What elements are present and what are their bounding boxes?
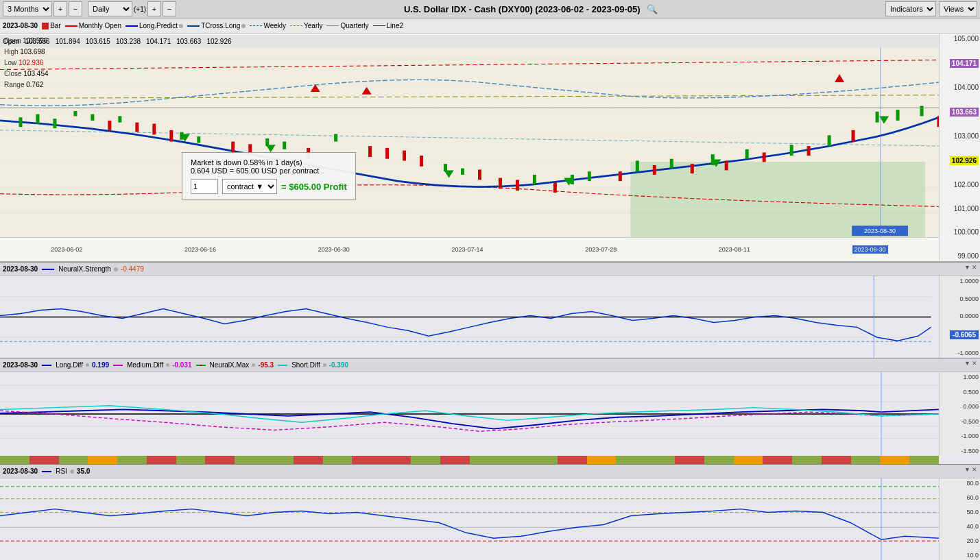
open-v2: 103.615 <box>86 38 110 45</box>
monthly-open-legend: Monthly Open <box>65 22 121 29</box>
neural-max-value: -95.3 <box>258 361 274 369</box>
price-99: 99.000 <box>957 252 979 260</box>
rsi-svg <box>0 478 939 560</box>
diff-dropdown-btn[interactable]: ▼ <box>964 360 970 367</box>
medium-diff-value: -0.031 <box>172 361 191 369</box>
price-tag-2: 103.663 <box>950 108 979 117</box>
cb-3 <box>88 456 117 464</box>
cb-10 <box>294 456 323 464</box>
chart-title: U.S. Dollar IDX - Cash (DXY00) (2023-06-… <box>178 4 884 14</box>
open-v6: 102.926 <box>206 38 231 45</box>
long-diff-label: Long.Diff <box>56 361 83 369</box>
yearly-line-icon <box>290 25 302 26</box>
short-diff-label: Short.Diff <box>291 361 320 369</box>
rsi-label: RSI <box>56 467 67 475</box>
diff-y-axis: 1.000 0.500 0.000 -0.500 -1.000 -1.500 <box>939 372 980 456</box>
line2-icon <box>373 25 385 26</box>
ns-indicator-name: NeuralX.Strength <box>58 265 111 273</box>
contract-quantity-input[interactable] <box>191 179 218 194</box>
cb-6 <box>176 456 206 464</box>
ns-panel-controls: ▼ ✕ <box>964 264 977 271</box>
ns-y-1: 1.0000 <box>959 278 979 284</box>
cb-25 <box>734 456 763 464</box>
cb-28 <box>822 456 851 464</box>
diff-y-05: 0.500 <box>963 389 979 395</box>
rsi-dot <box>70 470 74 474</box>
open-v4: 104.171 <box>146 38 171 45</box>
indicators-select[interactable]: Indicators <box>885 1 936 16</box>
medium-diff-label: Medium.Diff <box>127 361 163 369</box>
bar-type-indicator: Bar <box>42 22 61 29</box>
price-101: 101.000 <box>954 205 979 212</box>
long-diff-line-icon <box>42 365 51 366</box>
diff-date: 2023-08-30 <box>3 361 38 369</box>
tf-minus-button[interactable]: − <box>163 1 176 16</box>
period-plus-button[interactable]: + <box>53 1 67 16</box>
cb-29 <box>851 456 881 464</box>
delta-label: (+1) <box>134 5 146 13</box>
cb-15 <box>440 456 470 464</box>
short-diff-value: -0.390 <box>329 361 348 369</box>
cb-23 <box>675 456 704 464</box>
ns-current-badge: -0.6065 <box>950 330 979 339</box>
x-axis: 2023-06-02 2023-06-16 2023-06-30 2023-07… <box>0 237 939 261</box>
diff-header: 2023-08-30 Long.Diff 0.199 Medium.Diff -… <box>0 358 980 372</box>
timeframe-select[interactable]: Daily Weekly Monthly <box>88 1 132 16</box>
x-date-4: 2023-07-28 <box>585 246 617 253</box>
period-minus-button[interactable]: − <box>69 1 82 16</box>
cb-22 <box>645 456 675 464</box>
cb-5 <box>147 456 176 464</box>
rsi-dropdown-btn[interactable]: ▼ <box>964 466 970 473</box>
rsi-panel: 2023-08-30 RSI 35.0 ▼ ✕ 80.0 60.0 <box>0 464 980 560</box>
long-diff-value: 0.199 <box>92 361 109 369</box>
neural-strength-panel: 2023-08-30 NeuralX.Strength -0.4479 ▼ ✕ … <box>0 262 980 358</box>
ns-date: 2023-08-30 <box>3 265 38 273</box>
cb-19 <box>558 456 587 464</box>
cb-31 <box>909 456 939 464</box>
ns-y-axis: 1.0000 0.5000 0.0000 -0.6065 -1.0000 <box>939 276 980 358</box>
tcross-line-icon <box>187 25 200 27</box>
search-icon[interactable]: 🔍 <box>647 4 658 14</box>
cb-26 <box>763 456 792 464</box>
ns-y-05: 0.5000 <box>959 295 979 302</box>
bar-icon <box>42 23 49 29</box>
yearly-legend: Yearly <box>290 22 322 29</box>
chart-container: 2023-08-30 Bar Monthly Open Long.Predict… <box>0 19 980 560</box>
medium-diff-line-icon <box>113 365 123 366</box>
svg-text:2023-08-30: 2023-08-30 <box>864 228 896 235</box>
price-tag-1: 104.171 <box>950 59 979 68</box>
ohlc-info: Open 103.556 High 103.698 Low 102.936 Cl… <box>4 36 49 90</box>
long-predict-legend: Long.Predict <box>126 22 183 29</box>
views-select[interactable]: Views <box>939 1 977 16</box>
cb-14 <box>411 456 440 464</box>
long-diff-dot <box>86 363 89 367</box>
weekly-line-icon <box>250 25 262 26</box>
cb-1 <box>29 456 59 464</box>
diff-close-btn[interactable]: ✕ <box>972 360 977 367</box>
diff-y-0: 0.000 <box>963 403 979 410</box>
rsi-close-btn[interactable]: ✕ <box>972 466 977 473</box>
ns-dropdown-btn[interactable]: ▼ <box>964 264 970 271</box>
rsi-y-80: 80.0 <box>966 480 979 487</box>
rsi-line-icon <box>42 471 51 472</box>
rsi-y-50: 50.0 <box>966 509 979 515</box>
chart-legend-row: 2023-08-30 Bar Monthly Open Long.Predict… <box>0 19 980 34</box>
price-105: 105.000 <box>954 35 979 42</box>
tf-plus-button[interactable]: + <box>147 1 161 16</box>
monthly-open-line-icon <box>65 25 77 27</box>
cb-11 <box>323 456 352 464</box>
diff-y-1: 1.000 <box>963 374 979 380</box>
ns-dot <box>114 267 118 271</box>
rsi-y-60: 60.0 <box>966 494 979 501</box>
contract-type-select[interactable]: contract ▼ <box>222 179 277 194</box>
ns-close-btn[interactable]: ✕ <box>972 264 977 271</box>
diff-y-n1: -1.000 <box>961 433 979 439</box>
svg-rect-85 <box>0 478 939 560</box>
rsi-y-axis: 80.0 60.0 50.0 40.0 20.0 10.0 <box>939 478 980 560</box>
open-values-row: Open 103.556 101.894 103.615 103.238 104… <box>0 35 939 47</box>
diff-y-n15: -1.500 <box>961 448 979 454</box>
rsi-value: 35.0 <box>77 467 90 475</box>
period-select[interactable]: 3 Months 1 Month 6 Months 1 Year <box>3 1 52 16</box>
open-v3: 103.238 <box>116 38 141 45</box>
ns-y-0: 0.0000 <box>959 313 979 319</box>
